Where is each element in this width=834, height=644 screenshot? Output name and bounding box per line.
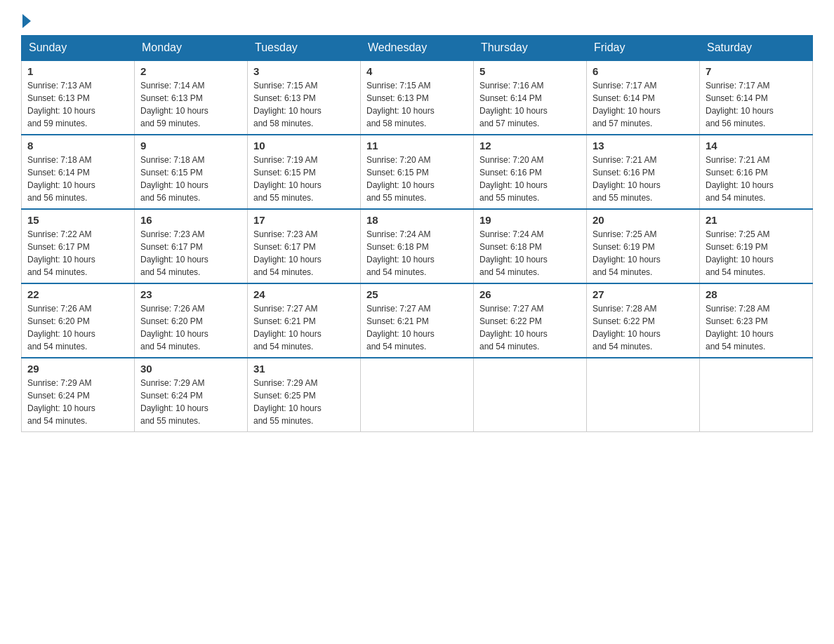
calendar-cell: 11Sunrise: 7:20 AMSunset: 6:15 PMDayligh… xyxy=(361,135,474,209)
day-number: 14 xyxy=(706,140,807,152)
weekday-header-wednesday: Wednesday xyxy=(361,36,474,61)
day-number: 12 xyxy=(479,140,581,152)
calendar-cell: 6Sunrise: 7:17 AMSunset: 6:14 PMDaylight… xyxy=(587,60,700,135)
calendar-week-row: 1Sunrise: 7:13 AMSunset: 6:13 PMDaylight… xyxy=(22,60,813,135)
day-info: Sunrise: 7:22 AMSunset: 6:17 PMDaylight:… xyxy=(27,228,128,279)
day-info: Sunrise: 7:16 AMSunset: 6:14 PMDaylight:… xyxy=(479,79,581,130)
day-number: 8 xyxy=(27,140,128,152)
day-number: 31 xyxy=(253,363,355,375)
day-number: 29 xyxy=(27,363,128,375)
day-number: 4 xyxy=(366,65,468,77)
day-info: Sunrise: 7:20 AMSunset: 6:15 PMDaylight:… xyxy=(366,154,468,204)
day-info: Sunrise: 7:29 AMSunset: 6:25 PMDaylight:… xyxy=(253,377,355,427)
weekday-header-monday: Monday xyxy=(135,36,248,61)
calendar-cell: 2Sunrise: 7:14 AMSunset: 6:13 PMDaylight… xyxy=(135,60,248,135)
day-info: Sunrise: 7:21 AMSunset: 6:16 PMDaylight:… xyxy=(706,154,807,204)
day-number: 15 xyxy=(27,214,128,226)
calendar-cell: 14Sunrise: 7:21 AMSunset: 6:16 PMDayligh… xyxy=(700,135,813,209)
day-info: Sunrise: 7:28 AMSunset: 6:22 PMDaylight:… xyxy=(593,302,694,353)
calendar-cell: 9Sunrise: 7:18 AMSunset: 6:15 PMDaylight… xyxy=(135,135,248,209)
day-number: 13 xyxy=(593,140,694,152)
day-info: Sunrise: 7:27 AMSunset: 6:22 PMDaylight:… xyxy=(479,302,581,353)
day-number: 17 xyxy=(253,214,355,226)
day-info: Sunrise: 7:18 AMSunset: 6:15 PMDaylight:… xyxy=(140,154,241,204)
calendar-cell: 8Sunrise: 7:18 AMSunset: 6:14 PMDaylight… xyxy=(22,135,135,209)
day-number: 2 xyxy=(140,65,241,77)
day-info: Sunrise: 7:17 AMSunset: 6:14 PMDaylight:… xyxy=(593,79,694,130)
calendar-cell: 26Sunrise: 7:27 AMSunset: 6:22 PMDayligh… xyxy=(474,283,587,358)
calendar-table: SundayMondayTuesdayWednesdayThursdayFrid… xyxy=(21,35,813,432)
calendar-cell: 7Sunrise: 7:17 AMSunset: 6:14 PMDaylight… xyxy=(700,60,813,135)
day-info: Sunrise: 7:29 AMSunset: 6:24 PMDaylight:… xyxy=(27,377,128,427)
calendar-week-row: 15Sunrise: 7:22 AMSunset: 6:17 PMDayligh… xyxy=(22,209,813,283)
day-number: 16 xyxy=(140,214,241,226)
calendar-cell: 24Sunrise: 7:27 AMSunset: 6:21 PMDayligh… xyxy=(248,283,361,358)
calendar-cell: 20Sunrise: 7:25 AMSunset: 6:19 PMDayligh… xyxy=(587,209,700,283)
day-info: Sunrise: 7:20 AMSunset: 6:16 PMDaylight:… xyxy=(479,154,581,204)
day-number: 10 xyxy=(253,140,355,152)
day-number: 26 xyxy=(479,288,581,300)
calendar-cell xyxy=(587,358,700,432)
day-info: Sunrise: 7:26 AMSunset: 6:20 PMDaylight:… xyxy=(27,302,128,353)
weekday-header-tuesday: Tuesday xyxy=(248,36,361,61)
day-info: Sunrise: 7:24 AMSunset: 6:18 PMDaylight:… xyxy=(366,228,468,279)
day-info: Sunrise: 7:13 AMSunset: 6:13 PMDaylight:… xyxy=(27,79,128,130)
day-number: 7 xyxy=(706,65,807,77)
day-info: Sunrise: 7:26 AMSunset: 6:20 PMDaylight:… xyxy=(140,302,241,353)
calendar-cell: 17Sunrise: 7:23 AMSunset: 6:17 PMDayligh… xyxy=(248,209,361,283)
day-info: Sunrise: 7:21 AMSunset: 6:16 PMDaylight:… xyxy=(593,154,694,204)
day-number: 5 xyxy=(479,65,581,77)
weekday-header-sunday: Sunday xyxy=(22,36,135,61)
day-info: Sunrise: 7:24 AMSunset: 6:18 PMDaylight:… xyxy=(479,228,581,279)
day-number: 25 xyxy=(366,288,468,300)
calendar-week-row: 29Sunrise: 7:29 AMSunset: 6:24 PMDayligh… xyxy=(22,358,813,432)
logo xyxy=(21,14,32,28)
calendar-cell: 31Sunrise: 7:29 AMSunset: 6:25 PMDayligh… xyxy=(248,358,361,432)
calendar-cell xyxy=(700,358,813,432)
day-info: Sunrise: 7:27 AMSunset: 6:21 PMDaylight:… xyxy=(366,302,468,353)
day-number: 11 xyxy=(366,140,468,152)
calendar-cell: 12Sunrise: 7:20 AMSunset: 6:16 PMDayligh… xyxy=(474,135,587,209)
calendar-cell: 23Sunrise: 7:26 AMSunset: 6:20 PMDayligh… xyxy=(135,283,248,358)
calendar-cell: 27Sunrise: 7:28 AMSunset: 6:22 PMDayligh… xyxy=(587,283,700,358)
calendar-cell: 5Sunrise: 7:16 AMSunset: 6:14 PMDaylight… xyxy=(474,60,587,135)
calendar-cell: 28Sunrise: 7:28 AMSunset: 6:23 PMDayligh… xyxy=(700,283,813,358)
day-number: 3 xyxy=(253,65,355,77)
weekday-header-saturday: Saturday xyxy=(700,36,813,61)
day-number: 18 xyxy=(366,214,468,226)
day-number: 6 xyxy=(593,65,694,77)
calendar-cell xyxy=(474,358,587,432)
calendar-cell: 4Sunrise: 7:15 AMSunset: 6:13 PMDaylight… xyxy=(361,60,474,135)
weekday-header-thursday: Thursday xyxy=(474,36,587,61)
day-info: Sunrise: 7:17 AMSunset: 6:14 PMDaylight:… xyxy=(706,79,807,130)
day-info: Sunrise: 7:18 AMSunset: 6:14 PMDaylight:… xyxy=(27,154,128,204)
day-number: 21 xyxy=(706,214,807,226)
day-number: 20 xyxy=(593,214,694,226)
day-info: Sunrise: 7:15 AMSunset: 6:13 PMDaylight:… xyxy=(253,79,355,130)
calendar-cell: 18Sunrise: 7:24 AMSunset: 6:18 PMDayligh… xyxy=(361,209,474,283)
day-info: Sunrise: 7:19 AMSunset: 6:15 PMDaylight:… xyxy=(253,154,355,204)
day-number: 30 xyxy=(140,363,241,375)
day-number: 23 xyxy=(140,288,241,300)
calendar-cell: 13Sunrise: 7:21 AMSunset: 6:16 PMDayligh… xyxy=(587,135,700,209)
day-info: Sunrise: 7:14 AMSunset: 6:13 PMDaylight:… xyxy=(140,79,241,130)
day-info: Sunrise: 7:15 AMSunset: 6:13 PMDaylight:… xyxy=(366,79,468,130)
day-info: Sunrise: 7:25 AMSunset: 6:19 PMDaylight:… xyxy=(593,228,694,279)
day-number: 9 xyxy=(140,140,241,152)
logo-arrow-icon xyxy=(22,14,31,28)
calendar-cell: 16Sunrise: 7:23 AMSunset: 6:17 PMDayligh… xyxy=(135,209,248,283)
day-info: Sunrise: 7:23 AMSunset: 6:17 PMDaylight:… xyxy=(140,228,241,279)
day-info: Sunrise: 7:27 AMSunset: 6:21 PMDaylight:… xyxy=(253,302,355,353)
calendar-week-row: 8Sunrise: 7:18 AMSunset: 6:14 PMDaylight… xyxy=(22,135,813,209)
calendar-week-row: 22Sunrise: 7:26 AMSunset: 6:20 PMDayligh… xyxy=(22,283,813,358)
calendar-cell: 1Sunrise: 7:13 AMSunset: 6:13 PMDaylight… xyxy=(22,60,135,135)
day-number: 19 xyxy=(479,214,581,226)
calendar-cell: 30Sunrise: 7:29 AMSunset: 6:24 PMDayligh… xyxy=(135,358,248,432)
calendar-cell: 19Sunrise: 7:24 AMSunset: 6:18 PMDayligh… xyxy=(474,209,587,283)
calendar-cell: 25Sunrise: 7:27 AMSunset: 6:21 PMDayligh… xyxy=(361,283,474,358)
day-number: 22 xyxy=(27,288,128,300)
calendar-cell: 3Sunrise: 7:15 AMSunset: 6:13 PMDaylight… xyxy=(248,60,361,135)
weekday-header-friday: Friday xyxy=(587,36,700,61)
day-info: Sunrise: 7:25 AMSunset: 6:19 PMDaylight:… xyxy=(706,228,807,279)
day-info: Sunrise: 7:28 AMSunset: 6:23 PMDaylight:… xyxy=(706,302,807,353)
